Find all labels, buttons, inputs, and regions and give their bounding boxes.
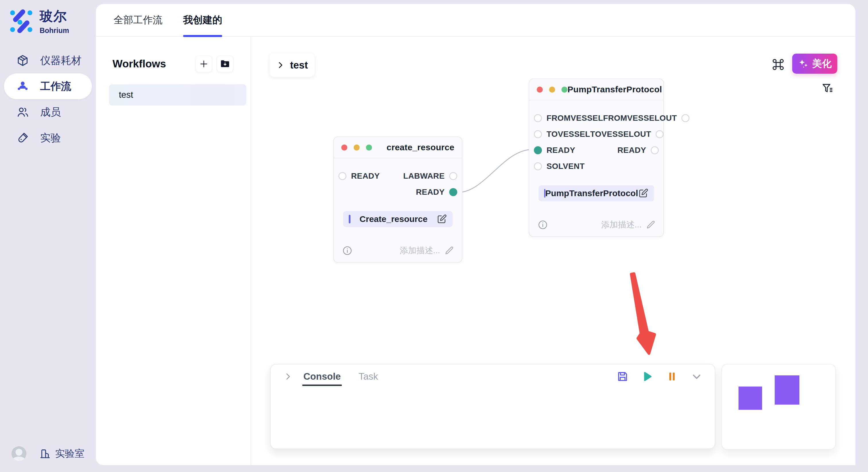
console-header: Console Task <box>271 365 715 389</box>
node-pump-transfer-protocol[interactable]: PumpTransferProtocol FROMVESSEL FROMVESS… <box>529 78 664 237</box>
avatar[interactable] <box>11 446 26 461</box>
sidebar-item-label: 成员 <box>40 105 61 119</box>
output-port-connected[interactable] <box>449 188 457 196</box>
pill-label: Create_resource <box>350 214 437 224</box>
beautify-button[interactable]: 美化 <box>792 54 837 74</box>
command-icon <box>771 58 785 71</box>
beautify-label: 美化 <box>812 57 832 70</box>
port-label: READY <box>547 146 575 155</box>
traffic-light-yellow[interactable] <box>353 144 360 150</box>
run-button[interactable] <box>641 370 654 383</box>
workflow-canvas[interactable]: test 美化 <box>251 37 856 465</box>
filter-button[interactable] <box>820 82 834 95</box>
brand: 玻尔 Bohrium <box>9 7 69 35</box>
minimap[interactable] <box>721 364 836 450</box>
sidebar-item-label: 工作流 <box>40 79 71 94</box>
sidebar: 玻尔 Bohrium 仪器耗材 工作流 <box>0 0 96 472</box>
import-folder-button[interactable] <box>217 56 234 72</box>
input-port[interactable] <box>534 130 542 138</box>
info-icon[interactable] <box>342 245 353 256</box>
node-action-pill[interactable]: PumpTransferProtocol <box>538 185 654 201</box>
sidebar-nav: 仪器耗材 工作流 成员 <box>0 47 96 151</box>
chevron-down-icon[interactable] <box>690 370 703 383</box>
bohrium-logo-icon <box>9 9 34 34</box>
sidebar-footer: 实验室 <box>11 446 84 461</box>
input-port[interactable] <box>338 172 346 180</box>
traffic-light-yellow[interactable] <box>549 87 555 93</box>
info-icon[interactable] <box>537 220 548 230</box>
traffic-light-red[interactable] <box>341 144 347 150</box>
sidebar-item-experiments[interactable]: 实验 <box>0 125 96 151</box>
input-port[interactable] <box>534 114 542 122</box>
port-label: LABWARE <box>403 171 445 181</box>
console-collapse-button[interactable] <box>283 372 292 381</box>
workflows-panel: Workflows <box>96 37 251 465</box>
folder-download-icon <box>220 59 230 69</box>
pencil-icon[interactable] <box>646 220 656 230</box>
edit-icon[interactable] <box>437 214 447 224</box>
port-label: READY <box>351 171 380 181</box>
node-create-resource[interactable]: create_resource READY LABWARE READY <box>333 136 462 263</box>
description-placeholder[interactable]: 添加描述... <box>400 245 440 256</box>
pill-label: PumpTransferProtocol <box>546 189 638 198</box>
building-icon <box>39 448 51 460</box>
console-output-area[interactable] <box>271 389 715 449</box>
tab-task[interactable]: Task <box>359 371 378 382</box>
workflow-icon <box>16 80 29 93</box>
traffic-light-green[interactable] <box>561 87 567 93</box>
minimap-node-pump-transfer <box>775 375 799 405</box>
port-label: TOVESSELOUT <box>590 130 651 139</box>
filter-funnel-icon <box>821 82 834 95</box>
plus-icon <box>198 59 209 69</box>
tab-label: 我创建的 <box>183 13 222 27</box>
output-port[interactable] <box>681 114 689 122</box>
minimap-node-create-resource <box>739 386 762 410</box>
shortcuts-button[interactable] <box>770 57 786 72</box>
package-icon <box>16 54 29 67</box>
node-header: PumpTransferProtocol <box>529 79 663 100</box>
brand-title-cn: 玻尔 <box>40 7 69 25</box>
traffic-light-red[interactable] <box>537 87 543 93</box>
port-label: SOLVENT <box>547 162 585 171</box>
pause-button[interactable] <box>665 370 679 383</box>
workflow-item-label: test <box>119 90 133 100</box>
workflow-list-item-test[interactable]: test <box>109 84 246 105</box>
sidebar-item-members[interactable]: 成员 <box>0 99 96 125</box>
sidebar-item-instruments[interactable]: 仪器耗材 <box>0 47 96 73</box>
main-panel: 全部工作流 我创建的 Workflows <box>96 4 856 465</box>
edit-icon[interactable] <box>638 188 648 198</box>
input-port[interactable] <box>534 162 542 170</box>
tab-my-created[interactable]: 我创建的 <box>183 4 222 36</box>
breadcrumb[interactable]: test <box>270 53 315 77</box>
port-label: FROMVESSEL <box>547 113 603 123</box>
tab-label: 全部工作流 <box>114 13 162 27</box>
output-port[interactable] <box>651 146 659 154</box>
workspace-switcher[interactable]: 实验室 <box>39 447 84 460</box>
top-tabs: 全部工作流 我创建的 <box>96 4 856 37</box>
node-header: create_resource <box>334 137 462 158</box>
breadcrumb-label: test <box>290 59 308 71</box>
sidebar-item-label: 实验 <box>40 131 61 145</box>
chevron-right-icon <box>276 61 285 69</box>
workflows-title: Workflows <box>113 58 166 70</box>
port-label: READY <box>416 188 445 197</box>
input-port-connected[interactable] <box>534 146 542 154</box>
add-workflow-button[interactable] <box>195 56 212 72</box>
output-port[interactable] <box>656 130 663 138</box>
node-action-pill[interactable]: Create_resource <box>343 211 453 227</box>
experiment-icon <box>16 131 29 144</box>
sidebar-item-label: 仪器耗材 <box>40 54 82 68</box>
traffic-light-green[interactable] <box>366 144 372 150</box>
pencil-icon[interactable] <box>445 246 454 256</box>
description-placeholder[interactable]: 添加描述... <box>601 219 642 231</box>
save-button[interactable] <box>616 370 629 383</box>
node-title: PumpTransferProtocol <box>567 85 662 94</box>
sidebar-item-workflow[interactable]: 工作流 <box>4 73 92 99</box>
sparkles-icon <box>798 58 809 69</box>
workspace-label: 实验室 <box>55 447 84 460</box>
tab-console[interactable]: Console <box>303 371 341 382</box>
output-port[interactable] <box>449 172 457 180</box>
brand-title-en: Bohrium <box>40 26 69 35</box>
node-title: create_resource <box>372 142 454 152</box>
tab-all-workflows[interactable]: 全部工作流 <box>114 4 162 36</box>
